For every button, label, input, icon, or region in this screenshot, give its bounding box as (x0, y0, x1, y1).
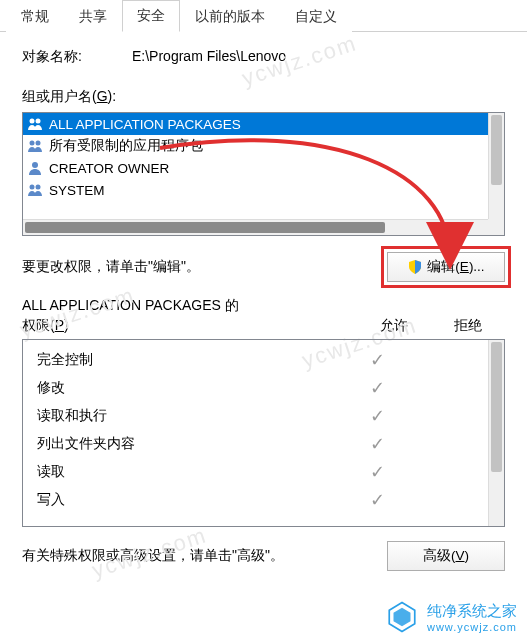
permission-row: 完全控制 ✓ (23, 346, 488, 374)
edit-hint-text: 要更改权限，请单击"编辑"。 (22, 258, 200, 276)
allow-check-icon: ✓ (340, 405, 414, 427)
tab-2[interactable]: 安全 (122, 0, 180, 32)
permission-name: 读取 (23, 463, 340, 481)
svg-marker-8 (393, 608, 410, 627)
advanced-button-label: 高级(V) (423, 547, 469, 565)
permission-name: 读取和执行 (23, 407, 340, 425)
list-item[interactable]: ALL APPLICATION PACKAGES (23, 113, 488, 135)
tab-1[interactable]: 共享 (64, 1, 122, 32)
groups-label: 组或用户名(G): (22, 88, 505, 106)
groups-listbox[interactable]: ALL APPLICATION PACKAGES所有受限制的应用程序包CREAT… (22, 112, 505, 236)
permission-name: 写入 (23, 491, 340, 509)
svg-point-4 (32, 162, 38, 168)
permissions-listbox[interactable]: 完全控制 ✓ 修改 ✓ 读取和执行 ✓ 列出文件夹内容 ✓ 读取 ✓ 写入 ✓ (22, 339, 505, 527)
allow-check-icon: ✓ (340, 489, 414, 511)
permission-row: 修改 ✓ (23, 374, 488, 402)
advanced-button[interactable]: 高级(V) (387, 541, 505, 571)
permission-name: 列出文件夹内容 (23, 435, 340, 453)
svg-point-3 (36, 141, 41, 146)
allow-check-icon: ✓ (340, 433, 414, 455)
vertical-scrollbar[interactable] (488, 340, 504, 526)
permission-name: 完全控制 (23, 351, 340, 369)
edit-button-label: 编辑(E)... (427, 258, 484, 276)
svg-point-1 (36, 119, 41, 124)
permission-row: 读取 ✓ (23, 458, 488, 486)
branding-footer: 纯净系统之家 www.ycwjz.com (385, 600, 517, 634)
logo-icon (385, 600, 419, 634)
branding-name: 纯净系统之家 (427, 602, 517, 621)
list-item-label: 所有受限制的应用程序包 (49, 137, 203, 155)
tab-0[interactable]: 常规 (6, 1, 64, 32)
branding-url: www.ycwjz.com (427, 621, 517, 633)
allow-check-icon: ✓ (340, 461, 414, 483)
list-item-label: SYSTEM (49, 183, 105, 198)
tab-strip: 常规共享安全以前的版本自定义 (0, 0, 527, 32)
permission-row: 列出文件夹内容 ✓ (23, 430, 488, 458)
horizontal-scrollbar[interactable] (23, 219, 488, 235)
list-item[interactable]: CREATOR OWNER (23, 157, 488, 179)
permission-row: 读取和执行 ✓ (23, 402, 488, 430)
svg-point-2 (30, 141, 35, 146)
shield-icon (407, 259, 423, 275)
list-item[interactable]: SYSTEM (23, 179, 488, 201)
vertical-scrollbar[interactable] (488, 113, 504, 219)
permission-name: 修改 (23, 379, 340, 397)
object-name-label: 对象名称: (22, 48, 132, 66)
tab-4[interactable]: 自定义 (280, 1, 352, 32)
svg-point-5 (30, 185, 35, 190)
svg-point-0 (30, 119, 35, 124)
col-deny: 拒绝 (431, 317, 505, 335)
list-item[interactable]: 所有受限制的应用程序包 (23, 135, 488, 157)
allow-check-icon: ✓ (340, 349, 414, 371)
svg-point-6 (36, 185, 41, 190)
list-item-label: CREATOR OWNER (49, 161, 169, 176)
allow-check-icon: ✓ (340, 377, 414, 399)
list-item-label: ALL APPLICATION PACKAGES (49, 117, 241, 132)
tab-3[interactable]: 以前的版本 (180, 1, 280, 32)
edit-button[interactable]: 编辑(E)... (387, 252, 505, 282)
permission-row: 写入 ✓ (23, 486, 488, 514)
